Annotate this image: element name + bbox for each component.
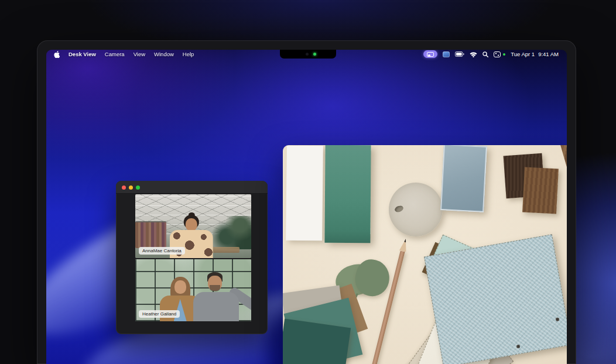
- video-tile-heather[interactable]: Heather Galland: [135, 259, 251, 321]
- green-tile: [324, 145, 371, 243]
- apple-menu-icon[interactable]: [54, 51, 60, 58]
- menu-window[interactable]: Window: [154, 51, 174, 57]
- battery-icon[interactable]: [455, 51, 464, 57]
- desk-view-screen-icon[interactable]: [423, 50, 437, 58]
- clothes-rack: [135, 221, 166, 248]
- plants: [212, 216, 251, 249]
- person-companion: [193, 272, 249, 321]
- wifi-icon[interactable]: [470, 51, 477, 57]
- felt-disc: [389, 183, 443, 236]
- marketing-backdrop: Desk View Camera View Window Help: [0, 0, 616, 364]
- menu-camera[interactable]: Camera: [105, 51, 125, 57]
- grommet: [516, 344, 520, 348]
- face: [174, 280, 186, 294]
- camera-active-dot: [503, 53, 505, 56]
- camera-notch: [280, 50, 336, 59]
- video-call-window[interactable]: AnnaMae Cantoria Heather Galland: [116, 181, 268, 334]
- close-button[interactable]: [122, 186, 126, 190]
- desk-wood-corner: [556, 145, 567, 246]
- beard: [210, 285, 220, 291]
- gray-sweater: [193, 292, 239, 321]
- menu-bar-clock[interactable]: Tue Apr 1 9:41 AM: [511, 51, 559, 57]
- blue-gray-tile: [440, 145, 487, 212]
- disc-notch: [394, 205, 405, 214]
- menu-items: Desk View Camera View Window Help: [46, 51, 194, 58]
- camera-indicator-light: [313, 53, 316, 56]
- blue-fabric-swatch: [424, 234, 567, 364]
- menu-view[interactable]: View: [134, 51, 145, 57]
- time-label: 9:41 AM: [538, 51, 559, 57]
- macbook-screen: Desk View Camera View Window Help: [46, 50, 567, 364]
- participant-name-badge: Heather Galland: [139, 310, 180, 318]
- menu-app-name[interactable]: Desk View: [69, 51, 96, 57]
- pencil-tip: [399, 238, 409, 252]
- minimize-button[interactable]: [129, 186, 133, 190]
- control-center-icon[interactable]: [494, 51, 501, 57]
- video-app-icon[interactable]: [443, 51, 450, 57]
- desk-view-window[interactable]: [283, 145, 567, 364]
- magnifier-icon[interactable]: [482, 51, 488, 57]
- date-label: Tue Apr 1: [511, 51, 535, 57]
- video-tile-annamae[interactable]: AnnaMae Cantoria: [135, 194, 251, 258]
- status-bar: Tue Apr 1 9:41 AM: [423, 50, 567, 58]
- camera-lens: [306, 53, 309, 56]
- face: [186, 218, 197, 231]
- white-tile: [286, 146, 323, 241]
- brown-wood-sample: [522, 167, 559, 214]
- participant-name-badge: AnnaMae Cantoria: [139, 247, 185, 255]
- pencil: [366, 238, 409, 364]
- zoom-button[interactable]: [136, 186, 140, 190]
- grommet: [556, 317, 560, 321]
- menu-help[interactable]: Help: [183, 51, 194, 57]
- call-window-titlebar[interactable]: [116, 181, 268, 194]
